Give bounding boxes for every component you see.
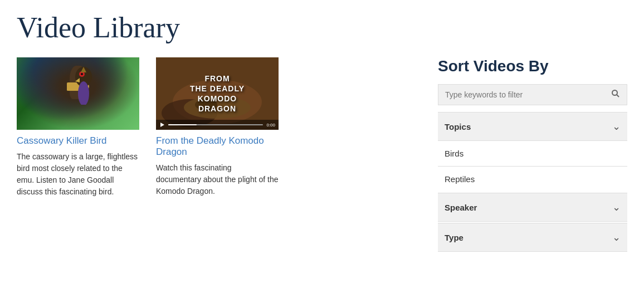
filter-label-topics: Topics [445, 122, 471, 131]
sidebar-title: Sort Videos By [438, 57, 627, 75]
video-card-komodo: FROMTHE DEADLYKOMODODRAGON 0:00 From the… [156, 57, 279, 198]
svg-line-13 [617, 95, 619, 97]
filter-label-speaker: Speaker [445, 203, 477, 212]
svg-marker-11 [160, 123, 164, 127]
thumbnail-komodo[interactable]: FROMTHE DEADLYKOMODODRAGON 0:00 [156, 57, 279, 130]
chevron-down-icon-speaker: ⌄ [612, 201, 621, 213]
page-title: Video Library [17, 11, 627, 44]
search-input[interactable] [445, 90, 611, 99]
video-card-cassowary: Cassowary Killer Bird The cassowary is a… [17, 57, 139, 198]
video-title-cassowary[interactable]: Cassowary Killer Bird [17, 135, 139, 146]
video-desc-komodo: Watch this fascinating documentary about… [156, 162, 279, 197]
filter-section-type: Type ⌄ [438, 223, 627, 252]
komodo-overlay-text: FROMTHE DEADLYKOMODODRAGON [190, 74, 245, 114]
filter-item-reptiles[interactable]: Reptiles [438, 167, 627, 192]
filter-header-topics[interactable]: Topics ⌄ [438, 113, 627, 141]
svg-point-12 [612, 90, 617, 95]
video-grid: Cassowary Killer Bird The cassowary is a… [17, 57, 416, 198]
search-bar[interactable] [438, 84, 627, 105]
thumbnail-cassowary[interactable] [17, 57, 139, 130]
filter-section-topics: Topics ⌄ Birds Reptiles [438, 112, 627, 192]
svg-point-3 [81, 73, 83, 75]
filter-header-type[interactable]: Type ⌄ [438, 223, 627, 252]
filter-item-birds[interactable]: Birds [438, 141, 627, 167]
video-title-komodo[interactable]: From the Deadly Komodo Dragon [156, 135, 279, 158]
filter-label-type: Type [445, 233, 464, 242]
sidebar: Sort Videos By Topics ⌄ Birds Reptiles S… [438, 57, 627, 252]
chevron-down-icon-type: ⌄ [612, 231, 621, 243]
filter-header-speaker[interactable]: Speaker ⌄ [438, 193, 627, 222]
svg-point-1 [78, 81, 89, 105]
video-desc-cassowary: The cassowary is a large, flightless bir… [17, 151, 139, 198]
chevron-down-icon-topics: ⌄ [612, 120, 621, 133]
filter-section-speaker: Speaker ⌄ [438, 193, 627, 222]
search-button[interactable] [611, 89, 620, 100]
